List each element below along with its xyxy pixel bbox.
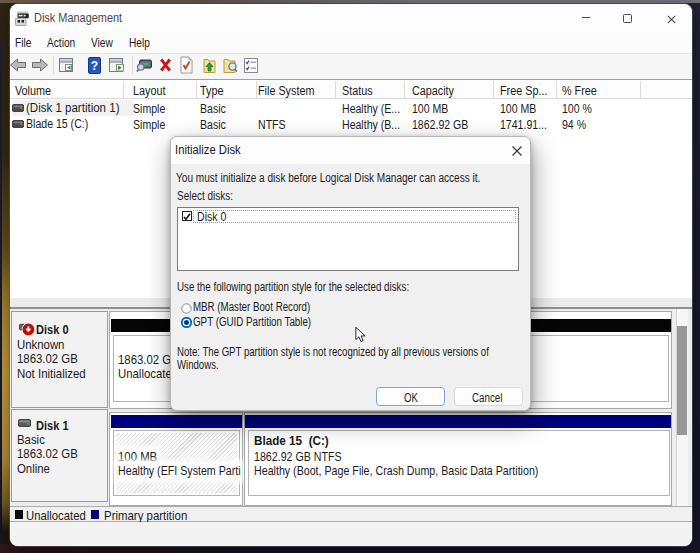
svg-text:?: ? [90,59,97,73]
